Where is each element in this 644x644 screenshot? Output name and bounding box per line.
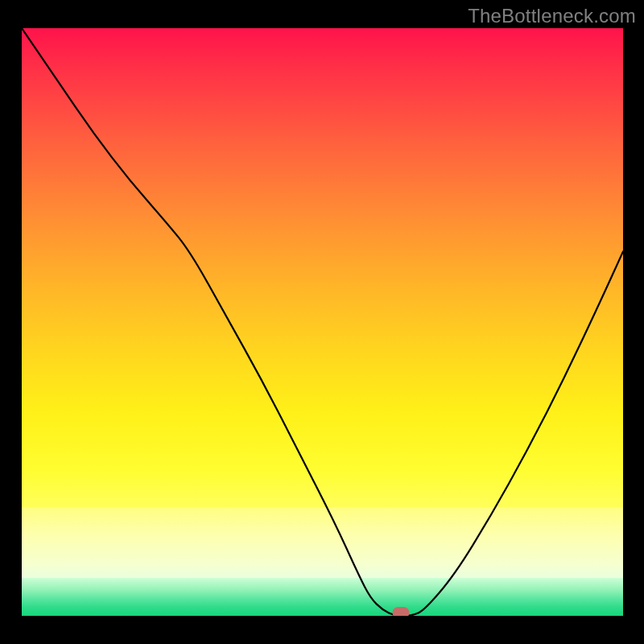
plot-area: [22, 28, 623, 616]
bottleneck-curve: [22, 28, 623, 616]
chart-stage: TheBottleneck.com: [0, 0, 644, 644]
watermark-text: TheBottleneck.com: [468, 5, 636, 27]
optimal-point-marker: [392, 607, 409, 616]
